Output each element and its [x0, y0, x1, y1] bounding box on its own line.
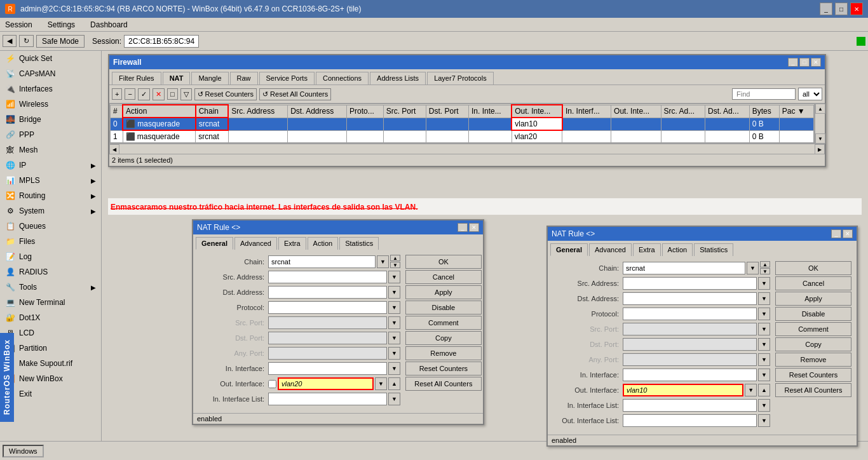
nat1-out-interface-up[interactable]: ▲: [388, 377, 400, 390]
nat2-chain-dropdown[interactable]: ▼: [747, 262, 759, 274]
nat1-in-interface-list-dropdown[interactable]: ▼: [388, 393, 400, 405]
nat2-chain-scroll[interactable]: ▲ ▼: [760, 261, 770, 274]
nat2-apply-button[interactable]: Apply: [775, 292, 851, 306]
nat1-reset-counters-button[interactable]: Reset Counters: [405, 362, 482, 375]
col-src-port[interactable]: Src. Port: [383, 105, 426, 118]
col-dst-port[interactable]: Dst. Port: [426, 105, 468, 118]
tab-service-ports[interactable]: Service Ports: [259, 72, 315, 85]
col-bytes[interactable]: Bytes: [749, 105, 779, 118]
nat2-src-addr-dropdown[interactable]: ▼: [758, 277, 770, 290]
nat2-dst-port-dropdown[interactable]: ▼: [758, 338, 770, 351]
nat2-tab-statistics[interactable]: Statistics: [694, 243, 733, 256]
nat1-src-port-dropdown[interactable]: ▼: [388, 316, 400, 329]
nat2-reset-counters-button[interactable]: Reset Counters: [775, 368, 851, 382]
nat2-dst-addr-input[interactable]: [623, 292, 757, 305]
safe-mode-button[interactable]: Safe Mode: [36, 35, 85, 48]
nat2-tab-general[interactable]: General: [550, 243, 588, 256]
sidebar-item-new-terminal[interactable]: 💻 New Terminal: [0, 295, 101, 310]
table-scrollbar[interactable]: ▲ ▼: [815, 104, 825, 144]
nat2-protocol-input[interactable]: [623, 308, 757, 320]
nat1-in-interface-input[interactable]: [268, 362, 387, 375]
nat2-src-port-input[interactable]: [623, 323, 757, 335]
nat1-reset-all-counters-button[interactable]: Reset All Counters: [405, 377, 482, 391]
maximize-button[interactable]: □: [835, 3, 848, 15]
nat1-apply-button[interactable]: Apply: [405, 285, 482, 299]
filter-button[interactable]: ▽: [180, 88, 192, 100]
sidebar-item-routing[interactable]: 🔀 Routing ▶: [0, 188, 101, 203]
col-in-intl[interactable]: In. Interf...: [562, 105, 611, 118]
nat2-disable-button[interactable]: Disable: [775, 307, 851, 321]
sidebar-item-radius[interactable]: 👤 RADIUS: [0, 264, 101, 280]
nat2-tab-extra[interactable]: Extra: [633, 243, 661, 256]
sidebar-item-interfaces[interactable]: 🔌 Interfaces: [0, 81, 101, 97]
fw-maximize[interactable]: □: [799, 58, 810, 67]
sidebar-item-bridge[interactable]: 🌉 Bridge: [0, 112, 101, 127]
nat2-tab-action[interactable]: Action: [662, 243, 693, 256]
reset-counters-button[interactable]: ↺ Reset Counters: [194, 88, 257, 100]
nat1-close[interactable]: ✕: [469, 223, 479, 232]
nat2-in-interface-list-dropdown[interactable]: ▼: [758, 399, 770, 412]
nat2-close[interactable]: ✕: [843, 229, 853, 238]
col-num[interactable]: #: [111, 105, 123, 118]
nat2-remove-button[interactable]: Remove: [775, 353, 851, 367]
nat1-chain-down[interactable]: ▼: [390, 262, 400, 268]
add-rule-button[interactable]: +: [112, 88, 122, 100]
nat1-out-interface-dropdown[interactable]: ▼: [375, 377, 387, 390]
nat2-comment-button[interactable]: Comment: [775, 322, 851, 336]
sidebar-item-exit[interactable]: 🚪 Exit: [0, 386, 101, 402]
nat1-src-addr-input[interactable]: [268, 271, 387, 283]
col-out-int[interactable]: Out. Inte...: [512, 105, 562, 118]
tab-filter-rules[interactable]: Filter Rules: [112, 72, 161, 85]
nat2-out-interface-list-input[interactable]: [623, 414, 757, 427]
nat1-dst-addr-input[interactable]: [268, 286, 387, 299]
refresh-button[interactable]: ↻: [19, 35, 34, 47]
nat1-dst-addr-dropdown[interactable]: ▼: [388, 286, 400, 299]
scroll-left[interactable]: ◀: [109, 144, 119, 154]
nat2-reset-all-counters-button[interactable]: Reset All Counters: [775, 383, 851, 397]
copy-rule-button[interactable]: □: [167, 88, 178, 100]
nat1-tab-general[interactable]: General: [196, 237, 233, 250]
table-row[interactable]: 0 ⬛ masquerade srcnat vlan10: [111, 118, 814, 130]
nat1-dst-port-dropdown[interactable]: ▼: [388, 332, 400, 344]
col-out-intl[interactable]: Out. Inte...: [611, 105, 661, 118]
sidebar-item-mpls[interactable]: 📊 MPLS ▶: [0, 173, 101, 188]
sidebar-item-capsman[interactable]: 📡 CAPsMAN: [0, 66, 101, 81]
nat2-in-interface-list-input[interactable]: [623, 399, 757, 412]
check-rule-button[interactable]: ✓: [138, 88, 150, 100]
nat1-any-port-dropdown[interactable]: ▼: [388, 347, 400, 360]
remove-rule-button[interactable]: −: [125, 88, 135, 100]
nat1-chain-up[interactable]: ▲: [390, 255, 400, 261]
sidebar-item-make-supout[interactable]: 📄 Make Supout.rif: [0, 356, 101, 371]
nat1-remove-button[interactable]: Remove: [405, 346, 482, 360]
sidebar-item-ppp[interactable]: 🔗 PPP: [0, 127, 101, 142]
titlebar-controls[interactable]: _ □ ✕: [820, 3, 863, 15]
nat1-src-addr-dropdown[interactable]: ▼: [388, 271, 400, 283]
sidebar-item-log[interactable]: 📝 Log: [0, 249, 101, 264]
nat1-tab-advanced[interactable]: Advanced: [234, 237, 277, 250]
nat2-out-interface-list-dropdown[interactable]: ▼: [758, 414, 770, 427]
sidebar-item-queues[interactable]: 📋 Queues: [0, 219, 101, 234]
nat2-in-interface-dropdown[interactable]: ▼: [758, 369, 770, 381]
nat1-out-interface-input[interactable]: [278, 377, 374, 390]
tab-mangle[interactable]: Mangle: [191, 72, 228, 85]
col-in-int[interactable]: In. Inte...: [468, 105, 512, 118]
col-chain[interactable]: Chain: [196, 105, 228, 118]
col-dst-ad[interactable]: Dst. Ad...: [705, 105, 750, 118]
tab-address-lists[interactable]: Address Lists: [370, 72, 426, 85]
nat1-copy-button[interactable]: Copy: [405, 331, 482, 345]
col-src-ad[interactable]: Src. Ad...: [661, 105, 705, 118]
nat1-disable-button[interactable]: Disable: [405, 301, 482, 315]
nat2-dst-addr-dropdown[interactable]: ▼: [758, 292, 770, 305]
fw-minimize[interactable]: _: [788, 58, 798, 67]
nat1-chain-scroll[interactable]: ▲ ▼: [390, 255, 400, 268]
nat1-in-interface-list-input[interactable]: [268, 393, 387, 405]
sidebar-item-system[interactable]: ⚙ System ▶: [0, 203, 101, 219]
nat1-protocol-input[interactable]: [268, 301, 387, 314]
nat2-out-interface-dropdown[interactable]: ▼: [745, 384, 757, 396]
nat1-ok-button[interactable]: OK: [405, 255, 482, 269]
delete-rule-button[interactable]: ✕: [153, 88, 165, 100]
nat2-ok-button[interactable]: OK: [775, 261, 851, 275]
nat1-out-interface-check[interactable]: [268, 380, 276, 388]
nat1-comment-button[interactable]: Comment: [405, 316, 482, 330]
nat2-out-interface-input[interactable]: [623, 384, 743, 396]
